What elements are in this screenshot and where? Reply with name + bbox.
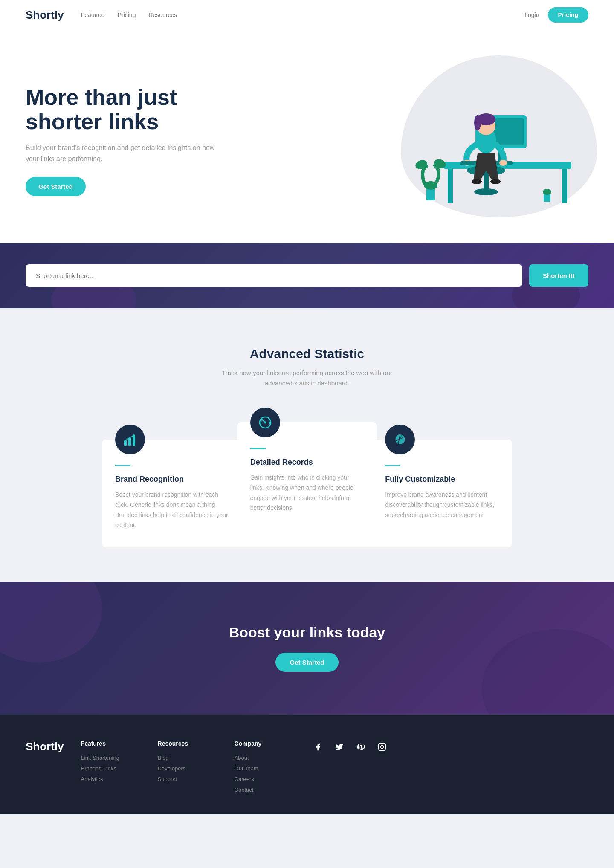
hero-illustration	[392, 68, 580, 217]
feature-card-custom: Fully Customizable Improve brand awarene…	[372, 440, 512, 547]
leaf-icon	[392, 432, 408, 447]
boost-section: Boost your links today Get Started	[0, 582, 614, 715]
svg-point-30	[129, 437, 130, 439]
feature-desc-1: Boost your brand recognition with each c…	[115, 490, 229, 530]
footer-link-careers[interactable]: Careers	[235, 776, 294, 782]
svg-point-36	[383, 745, 384, 746]
shortener-section: Shorten It!	[0, 243, 614, 308]
nav-pricing-button[interactable]: Pricing	[548, 7, 588, 23]
footer-features-heading: Features	[81, 740, 141, 747]
shorten-button[interactable]: Shorten It!	[529, 264, 588, 287]
footer-link-contact[interactable]: Contact	[235, 787, 294, 793]
footer-social	[311, 740, 389, 754]
twitter-icon[interactable]	[333, 740, 346, 754]
svg-point-19	[490, 179, 501, 184]
hero-text: More than just shorter links Build your …	[26, 85, 222, 197]
svg-rect-1	[448, 169, 453, 203]
footer-link-link-shortening[interactable]: Link Shortening	[81, 755, 141, 761]
footer-link-out-team[interactable]: Out Team	[235, 765, 294, 772]
footer-link-blog[interactable]: Blog	[158, 755, 217, 761]
svg-rect-34	[378, 744, 385, 751]
feature-card-brand: Brand Recognition Boost your brand recog…	[102, 440, 242, 547]
footer-link-developers[interactable]: Developers	[158, 765, 217, 772]
feature-title-2: Detailed Records	[250, 458, 364, 467]
boost-heading: Boost your links today	[26, 624, 588, 641]
svg-point-10	[474, 188, 498, 195]
footer-col-resources: Resources Blog Developers Support	[158, 740, 217, 787]
stats-section: Advanced Statistic Track how your links …	[0, 308, 614, 582]
nav-link-resources[interactable]: Resources	[148, 12, 177, 18]
feature-desc-2: Gain insights into who is clicking your …	[250, 473, 364, 513]
svg-rect-2	[562, 169, 567, 203]
nav-logo: Shortly	[26, 9, 64, 22]
footer-logo: Shortly	[26, 740, 64, 753]
shortener-input[interactable]	[26, 264, 522, 287]
features-grid: Brand Recognition Boost your brand recog…	[102, 422, 512, 547]
svg-point-33	[264, 422, 266, 424]
svg-point-16	[499, 160, 507, 166]
chart-icon	[122, 432, 138, 447]
nav-link-featured[interactable]: Featured	[81, 12, 105, 18]
instagram-icon[interactable]	[375, 740, 389, 754]
nav-link-pricing[interactable]: Pricing	[118, 12, 136, 18]
feature-title-3: Fully Customizable	[385, 475, 499, 484]
svg-point-22	[414, 159, 428, 171]
svg-point-14	[474, 115, 481, 130]
accent-line-1	[115, 465, 130, 466]
custom-icon-container	[385, 425, 415, 454]
shortener-bar: Shorten It!	[26, 264, 588, 287]
nav-right: Login Pricing	[524, 7, 588, 23]
records-icon-container	[250, 408, 280, 437]
svg-rect-24	[544, 194, 550, 202]
footer-col-company: Company About Out Team Careers Contact	[235, 740, 294, 797]
feature-desc-3: Improve brand awareness and content disc…	[385, 490, 499, 520]
footer-link-analytics[interactable]: Analytics	[81, 776, 141, 782]
feature-title-1: Brand Recognition	[115, 475, 229, 484]
svg-rect-27	[128, 438, 131, 446]
facebook-icon[interactable]	[311, 740, 325, 754]
svg-point-18	[472, 179, 482, 184]
boost-cta-button[interactable]: Get Started	[275, 653, 339, 672]
footer-link-about[interactable]: About	[235, 755, 294, 761]
nav-links: Featured Pricing Resources	[81, 12, 525, 18]
footer-resources-heading: Resources	[158, 740, 217, 747]
svg-point-35	[380, 746, 383, 749]
svg-rect-28	[133, 435, 135, 446]
footer-logo-container: Shortly	[26, 740, 64, 753]
login-link[interactable]: Login	[524, 12, 539, 18]
stats-heading: Advanced Statistic	[26, 347, 588, 361]
footer-link-branded-links[interactable]: Branded Links	[81, 765, 141, 772]
hero-heading: More than just shorter links	[26, 85, 222, 134]
footer-company-heading: Company	[235, 740, 294, 747]
svg-point-21	[424, 181, 437, 190]
feature-card-records: Detailed Records Gain insights into who …	[237, 422, 377, 547]
footer: Shortly Features Link Shortening Branded…	[0, 715, 614, 814]
gauge-icon	[258, 415, 273, 430]
hero-cta-button[interactable]: Get Started	[26, 177, 86, 196]
hero-section: More than just shorter links Build your …	[0, 30, 614, 243]
brand-icon-container	[115, 425, 145, 454]
navbar: Shortly Featured Pricing Resources Login…	[0, 0, 614, 30]
hero-subtext: Build your brand's recognition and get d…	[26, 142, 222, 164]
footer-link-support[interactable]: Support	[158, 776, 217, 782]
svg-point-25	[543, 189, 551, 195]
svg-point-31	[133, 434, 135, 436]
footer-col-features: Features Link Shortening Branded Links A…	[81, 740, 141, 787]
stats-subtitle: Track how your links are performing acro…	[222, 368, 392, 388]
svg-point-29	[125, 440, 126, 441]
accent-line-2	[250, 448, 266, 449]
pinterest-icon[interactable]	[354, 740, 368, 754]
accent-line-3	[385, 465, 400, 466]
hero-image	[384, 64, 588, 217]
